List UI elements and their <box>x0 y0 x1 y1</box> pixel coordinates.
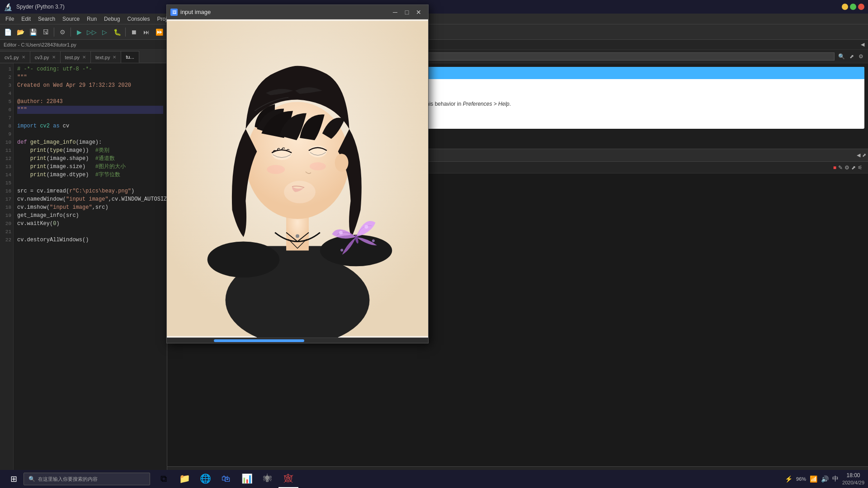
img-scrollbar[interactable] <box>167 338 428 343</box>
clock-time: 18:00 <box>842 472 864 479</box>
menu-debug[interactable]: Debug <box>100 15 123 23</box>
expand-help-btn[interactable]: ⬈ <box>849 52 855 61</box>
tab-tutor[interactable]: tu... <box>121 51 139 63</box>
path-bar: Editor - C:\Users\22843\tutor1.py ◀ <box>0 40 868 50</box>
expand-btn[interactable]: ◀ <box>861 42 864 47</box>
system-clock[interactable]: 18:00 2020/4/29 <box>842 472 864 486</box>
ime-icon[interactable]: 中 <box>832 475 839 483</box>
panel-expand-btn[interactable]: ⬈ <box>862 152 866 158</box>
tab-test[interactable]: test.py ✕ <box>61 51 91 63</box>
battery-icon[interactable]: ⚡ <box>785 475 793 483</box>
chrome-btn[interactable]: 🌐 <box>195 470 215 488</box>
editor-panel: cv1.py ✕ cv3.py ✕ test.py ✕ text.py ✕ tu… <box>0 50 167 478</box>
img-app-icon: 🖼 <box>170 9 178 16</box>
spyder-btn[interactable]: 🕸 <box>278 470 298 488</box>
code-line-19: get_image_info(src) <box>17 211 163 220</box>
run-btn[interactable]: ▶ <box>73 26 85 38</box>
network-icon[interactable]: 📶 <box>810 475 817 483</box>
menu-edit[interactable]: Edit <box>18 15 34 23</box>
console-gear-btn[interactable]: ⚙ <box>844 164 849 171</box>
code-line-17: cv.namedWindow("input image",cv.WINDOW_A… <box>17 195 163 203</box>
line-numbers: 12345 678910 1112131415 1617181920 2122 <box>0 63 14 478</box>
code-line-8: import cv2 as cv <box>17 122 163 130</box>
anime-illustration <box>167 19 428 338</box>
menu-source[interactable]: Source <box>59 15 83 23</box>
tab-test-close[interactable]: ✕ <box>82 55 86 60</box>
search-placeholder: 在这里输入你要搜索的内容 <box>38 476 98 483</box>
svg-point-5 <box>208 242 279 278</box>
menu-file[interactable]: File <box>2 15 18 23</box>
code-line-5: @author: 22843 <box>17 98 163 106</box>
new-file-btn[interactable]: 📄 <box>2 26 14 38</box>
save-all-btn[interactable]: 🖫 <box>40 26 52 38</box>
file-explorer-btn[interactable]: 📁 <box>175 470 194 488</box>
menu-search[interactable]: Search <box>34 15 59 23</box>
svg-point-12 <box>335 154 349 172</box>
code-line-20: cv.waitKey(0) <box>17 220 163 228</box>
panel-collapse-btn[interactable]: ◀ <box>857 152 860 158</box>
code-line-21 <box>17 228 163 236</box>
minimize-btn[interactable] <box>842 4 848 10</box>
clock-date: 2020/4/29 <box>842 479 864 486</box>
tab-text-close[interactable]: ✕ <box>113 55 116 60</box>
search-icon[interactable]: 🔍 <box>837 52 846 61</box>
tab-cv1-close[interactable]: ✕ <box>22 55 25 60</box>
main-area: cv1.py ✕ cv3.py ✕ test.py ✕ text.py ✕ tu… <box>0 50 868 478</box>
app1-btn[interactable]: 🕷 <box>258 470 278 488</box>
menu-bar: File Edit Search Source Run Debug Consol… <box>0 14 868 24</box>
image-content <box>167 19 428 338</box>
run-cell-btn[interactable]: ▷▷ <box>86 26 98 38</box>
menu-run[interactable]: Run <box>83 15 100 23</box>
tab-bar: cv1.py ✕ cv3.py ✕ test.py ✕ text.py ✕ tu… <box>0 50 167 63</box>
volume-icon[interactable]: 🔊 <box>821 475 829 483</box>
code-line-12: print(image.shape) #通道数 <box>17 155 163 163</box>
img-window-title: input image <box>180 9 387 15</box>
gear-help-btn[interactable]: ⚙ <box>858 52 864 61</box>
image-window: 🖼 input image ─ □ ✕ <box>166 5 429 343</box>
code-line-22: cv.destoryAllWindows() <box>17 236 163 244</box>
code-line-1: # -*- coding: utf-8 -*- <box>17 65 163 73</box>
code-line-11: print(type(image)) #类别 <box>17 146 163 155</box>
tab-text[interactable]: text.py ✕ <box>91 51 121 63</box>
menu-consoles[interactable]: Consoles <box>123 15 153 23</box>
code-content[interactable]: # -*- coding: utf-8 -*- """ Created on W… <box>14 63 167 478</box>
console-interrupt-btn[interactable]: ■ <box>833 164 836 171</box>
debug-btn[interactable]: 🐛 <box>111 26 123 38</box>
img-close-btn[interactable]: ✕ <box>413 6 425 18</box>
maximize-btn[interactable] <box>850 4 856 10</box>
office-btn[interactable]: 📊 <box>237 470 257 488</box>
taskbar-search[interactable]: 🔍 在这里输入你要搜索的内容 <box>24 473 150 485</box>
stop-btn[interactable]: ⏹ <box>128 26 140 38</box>
svg-point-4 <box>296 235 299 238</box>
close-btn[interactable] <box>858 4 864 10</box>
run-selection-btn[interactable]: ▷ <box>99 26 110 38</box>
console-expand-btn[interactable]: ⬈ <box>851 164 856 171</box>
console-edit-btn[interactable]: ✎ <box>838 164 843 171</box>
code-area[interactable]: 12345 678910 1112131415 1617181920 2122 … <box>0 63 167 478</box>
code-line-10: def get_image_info(image): <box>17 138 163 146</box>
svg-point-10 <box>267 165 285 174</box>
start-button[interactable]: ⊞ <box>4 470 24 488</box>
open-file-btn[interactable]: 📂 <box>14 26 26 38</box>
taskbar-icons: ⧉ 📁 🌐 🛍 📊 🕷 🕸 <box>154 470 298 488</box>
task-view-btn[interactable]: ⧉ <box>154 470 174 488</box>
tab-cv1[interactable]: cv1.py ✕ <box>0 51 30 63</box>
preferences-btn[interactable]: ⚙ <box>57 26 68 38</box>
save-btn[interactable]: 💾 <box>27 26 39 38</box>
tab-cv3[interactable]: cv3.py ✕ <box>30 51 61 63</box>
step-btn[interactable]: ⏩ <box>153 26 165 38</box>
code-line-16: src = cv.imread(r"C:\pics\beay.png") <box>17 187 163 195</box>
console-options-btn[interactable]: ⚟ <box>858 164 863 171</box>
store-btn[interactable]: 🛍 <box>216 470 236 488</box>
img-minimize-btn[interactable]: ─ <box>389 6 401 18</box>
scroll-thumb[interactable] <box>214 339 304 342</box>
code-line-2: """ <box>17 73 163 81</box>
search-icon: 🔍 <box>28 476 35 482</box>
tab-cv3-close[interactable]: ✕ <box>52 55 56 60</box>
code-line-14: print(image.dtype) #字节位数 <box>17 171 163 179</box>
img-maximize-btn[interactable]: □ <box>401 6 413 18</box>
title-bar: 🔬 Spyder (Python 3.7) <box>0 0 868 14</box>
code-line-9 <box>17 130 163 138</box>
spyder-window: 🔬 Spyder (Python 3.7) File Edit Search S… <box>0 0 868 488</box>
continue-btn[interactable]: ⏭ <box>141 26 152 38</box>
